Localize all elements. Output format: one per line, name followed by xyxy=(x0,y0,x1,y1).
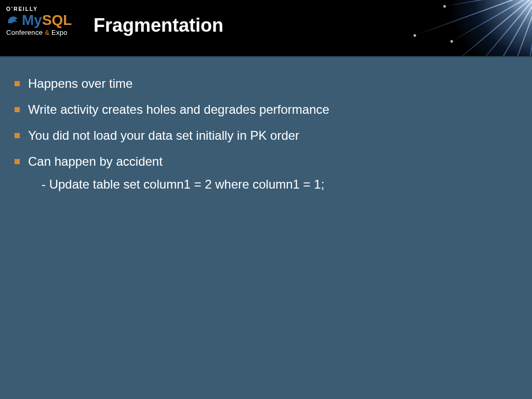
bullet-icon xyxy=(15,159,20,164)
bullet-item: You did not load your data set initially… xyxy=(15,128,517,143)
bullet-item: Happens over time xyxy=(15,76,517,91)
oreilly-wordmark: O'REILLY xyxy=(6,6,78,12)
mysql-logo: MySQL xyxy=(6,13,78,28)
bullet-text: You did not load your data set initially… xyxy=(28,128,299,143)
bullet-item: Can happen by accident - Update table se… xyxy=(15,154,517,192)
bullet-text: Write activity creates holes and degrade… xyxy=(28,102,329,117)
bullet-subtext: - Update table set column1 = 2 where col… xyxy=(42,177,324,192)
bullet-text: Can happen by accident - Update table se… xyxy=(28,154,324,192)
bullet-icon xyxy=(15,81,20,86)
mysql-wordmark: MySQL xyxy=(22,13,72,28)
fiber-optic-graphic xyxy=(376,0,532,56)
dolphin-icon xyxy=(6,14,19,26)
mysql-conference-badge: O'REILLY MySQL Conference & Expo xyxy=(6,6,78,36)
bullet-item: Write activity creates holes and degrade… xyxy=(15,102,517,117)
slide-title: Fragmentation xyxy=(94,15,223,36)
bullet-icon xyxy=(15,107,20,112)
header-banner: O'REILLY MySQL Conference & Expo Fragmen… xyxy=(0,0,532,56)
slide-body: Happens over time Write activity creates… xyxy=(0,57,532,192)
bullet-text: Happens over time xyxy=(28,76,132,91)
bullet-icon xyxy=(15,133,20,138)
conference-expo-caption: Conference & Expo xyxy=(6,29,78,36)
